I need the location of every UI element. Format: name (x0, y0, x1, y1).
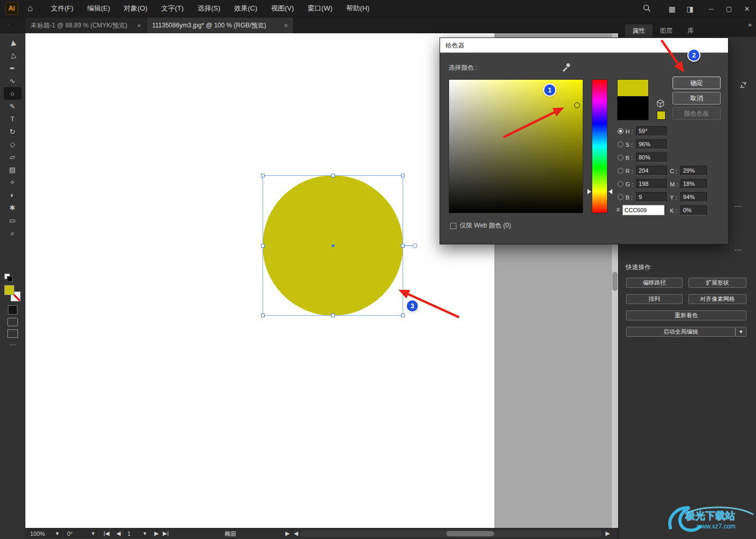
b-radio[interactable] (618, 155, 623, 160)
type-tool[interactable]: T (4, 112, 22, 125)
h-field[interactable]: 59° (636, 126, 667, 136)
artboard[interactable] (25, 33, 495, 528)
menu-window[interactable]: 窗口(W) (307, 4, 332, 13)
global-edit-dropdown[interactable]: ▾ (735, 327, 746, 337)
y-field[interactable]: 94% (680, 192, 707, 202)
side-transform-widget[interactable] (413, 243, 417, 248)
minimize-button[interactable]: ─ (702, 0, 720, 17)
web-only-checkbox[interactable] (450, 223, 456, 229)
zoom-tool[interactable]: ⌕ (4, 226, 22, 239)
rotate-tool[interactable]: ↻ (4, 125, 22, 138)
search-icon[interactable] (638, 4, 656, 14)
menu-select[interactable]: 选择(S) (198, 4, 220, 13)
menu-file[interactable]: 文件(F) (51, 4, 73, 13)
draw-mode-icon[interactable] (7, 318, 18, 326)
b2-radio[interactable] (618, 194, 623, 200)
panel-overflow-icon[interactable]: » (748, 21, 752, 29)
selection-handle-n[interactable] (331, 174, 335, 177)
unlink-icon[interactable] (739, 80, 748, 91)
vertical-scrollbar-thumb[interactable] (612, 272, 618, 291)
selection-handle-ne[interactable] (401, 174, 405, 177)
tab-properties[interactable]: 属性 (625, 24, 652, 37)
toolbar-more-icon[interactable]: ⋯ (0, 341, 25, 348)
close-button[interactable]: ✕ (738, 0, 756, 17)
recolor-button[interactable]: 重新着色 (626, 310, 746, 320)
artboard-dropdown-icon[interactable]: ▾ (143, 530, 146, 537)
selection-center-point[interactable] (332, 244, 334, 247)
symbol-tool[interactable]: ✱ (4, 201, 22, 214)
menu-type[interactable]: 文字(T) (161, 4, 184, 13)
direct-selection-tool[interactable]: ▷ (4, 49, 22, 62)
s-field[interactable]: 96% (636, 139, 667, 149)
paintbrush-tool[interactable]: ✎ (4, 100, 22, 112)
b-field[interactable]: 80% (636, 153, 667, 163)
c-field[interactable]: 29% (680, 166, 707, 176)
color-field-marker[interactable] (574, 102, 580, 108)
eyedropper-tool[interactable]: ✧ (4, 176, 22, 188)
hex-input[interactable] (622, 205, 665, 215)
gradient-tool[interactable]: ▤ (4, 163, 22, 176)
ellipse-tool[interactable]: ○ (4, 87, 22, 100)
ok-button[interactable]: 确定 (673, 77, 721, 89)
hue-slider-left-handle[interactable] (587, 189, 591, 194)
tab-untitled-document[interactable]: 未标题-1 @ 88.89 % (CMYK/预览) × (25, 17, 147, 33)
selection-handle-se[interactable] (401, 314, 405, 317)
prev-artboard-icon[interactable]: ◀ (116, 530, 120, 537)
cancel-button[interactable]: 取消 (673, 92, 721, 105)
tab-libraries[interactable]: 库 (680, 24, 701, 37)
pen-tool[interactable]: ✒ (4, 62, 22, 74)
rotation-control[interactable]: 0° ▾ (64, 529, 97, 537)
selection-handle-w[interactable] (261, 244, 265, 248)
shape-builder-tool[interactable]: ◐ (4, 188, 22, 201)
g-radio[interactable] (618, 181, 623, 187)
tab-image-document[interactable]: 11135086ym3.jpg* @ 100 % (RGB/预览) × (147, 17, 294, 33)
m-field[interactable]: 18% (680, 179, 707, 189)
menu-effect[interactable]: 效果(C) (234, 4, 257, 13)
web-gamut-cube-icon[interactable] (656, 99, 665, 110)
last-artboard-icon[interactable]: ▶| (163, 530, 169, 537)
none-color-swatch[interactable] (8, 305, 17, 315)
panel-switch-icon[interactable]: ◨ (681, 5, 699, 13)
screen-mode-icon[interactable] (7, 329, 18, 338)
horizontal-scrollbar[interactable] (300, 531, 602, 537)
menu-help[interactable]: 帮助(H) (346, 4, 369, 13)
panel-more-icon-2[interactable]: ⋯ (734, 246, 741, 254)
offset-path-button[interactable]: 偏移路径 (626, 278, 683, 288)
eyedropper-icon[interactable] (562, 62, 571, 74)
workspace-icon[interactable]: ▦ (663, 5, 681, 13)
hscroll-left-icon[interactable]: ◀ (294, 530, 298, 537)
g-field[interactable]: 198 (636, 179, 667, 189)
menu-object[interactable]: 对象(O) (124, 4, 147, 13)
h-radio[interactable] (618, 128, 623, 134)
status-expand-icon[interactable]: ▶ (285, 530, 290, 537)
artboard-tool[interactable]: ▭ (4, 214, 22, 226)
selection-handle-nw[interactable] (261, 174, 265, 177)
rotation-dropdown-icon[interactable]: ▾ (91, 530, 95, 537)
home-icon[interactable]: ⌂ (27, 3, 33, 14)
panel-more-icon[interactable]: ⋯ (734, 202, 741, 210)
horizontal-scrollbar-thumb[interactable] (446, 531, 494, 536)
r-radio[interactable] (618, 168, 623, 174)
b2-field[interactable]: 9 (636, 192, 667, 202)
artboard-nav-control[interactable]: 1 ▾ (125, 529, 149, 537)
s-radio[interactable] (618, 141, 623, 147)
gamut-color-swatch[interactable] (657, 111, 666, 120)
eraser-tool[interactable]: ◇ (4, 138, 22, 150)
arrange-button[interactable]: 排列 (626, 294, 683, 304)
tab-close-icon[interactable]: × (279, 22, 288, 30)
next-artboard-icon[interactable]: ▶ (154, 530, 158, 537)
zoom-control[interactable]: 100% ▾ (27, 529, 61, 537)
color-swatches-button[interactable]: 颜色色板 (673, 107, 721, 120)
first-artboard-icon[interactable]: |◀ (104, 530, 109, 537)
tab-close-icon[interactable]: × (133, 22, 141, 30)
hue-slider[interactable] (592, 79, 608, 213)
curvature-tool[interactable]: ∿ (4, 74, 22, 87)
r-field[interactable]: 204 (636, 166, 667, 176)
selection-handle-sw[interactable] (261, 314, 265, 317)
fill-swatch[interactable] (4, 285, 14, 295)
color-field[interactable] (449, 79, 583, 213)
zoom-dropdown-icon[interactable]: ▾ (55, 530, 59, 537)
toolbar-grip[interactable]: ∙∙∙ (7, 22, 8, 27)
hue-slider-right-handle[interactable] (609, 189, 612, 194)
scale-tool[interactable]: ▱ (4, 150, 22, 163)
